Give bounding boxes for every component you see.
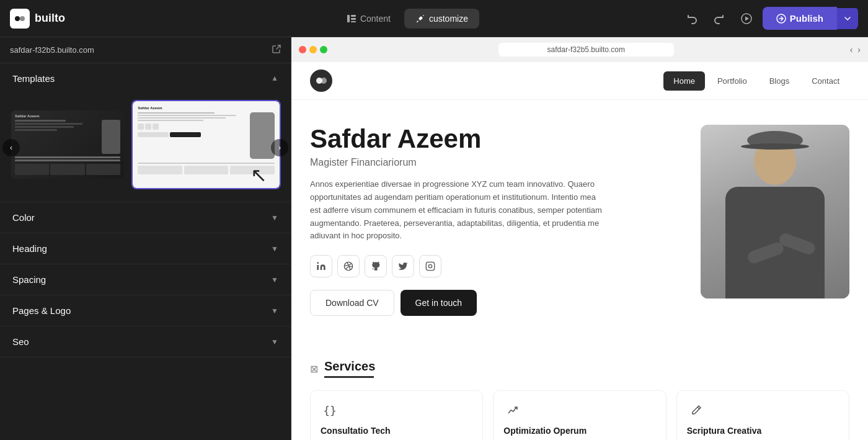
publish-chevron-button[interactable] <box>837 8 858 29</box>
undo-icon <box>686 13 698 24</box>
content-nav-btn[interactable]: Content <box>335 9 402 29</box>
site-nav-contact[interactable]: Contact <box>802 71 849 91</box>
section-pages-logo: Pages & Logo ▼ <box>0 295 291 326</box>
logo-text: builto <box>35 12 65 25</box>
service-icon-2 <box>503 401 522 420</box>
carousel-next-button[interactable]: › <box>271 139 288 156</box>
svg-marker-7 <box>745 16 749 20</box>
site-url-text: safdar-f32b5.builto.com <box>10 45 267 55</box>
chevron-down-icon-heading: ▼ <box>271 245 278 253</box>
svg-point-14 <box>428 265 432 268</box>
play-icon <box>741 13 752 24</box>
external-link-icon[interactable] <box>272 45 281 55</box>
browser-forward-button[interactable]: › <box>857 45 861 55</box>
hero-image <box>701 125 849 299</box>
hero-section: Safdar Azeem Magister Financiariorum Ann… <box>291 100 868 341</box>
publish-button[interactable]: Publish <box>763 7 837 30</box>
left-panel: safdar-f32b5.builto.com Templates ▼ ‹ Sa… <box>0 37 291 440</box>
chevron-up-icon: ▼ <box>271 74 278 83</box>
site-logo <box>310 70 332 92</box>
social-icons <box>310 255 682 277</box>
hero-buttons: Download CV Get in touch <box>310 290 682 316</box>
site-nav-home[interactable]: Home <box>663 71 705 91</box>
github-icon[interactable] <box>365 255 387 277</box>
topbar: builto Content customize Publish <box>0 0 868 37</box>
svg-rect-5 <box>351 21 356 22</box>
hero-hat-brim <box>741 143 809 150</box>
site-nav: Home Portfolio Blogs Contact <box>291 62 868 100</box>
linkedin-icon[interactable] <box>310 255 332 277</box>
customize-nav-btn[interactable]: customize <box>404 9 479 29</box>
section-header-color[interactable]: Color ▼ <box>0 202 291 233</box>
site-nav-links: Home Portfolio Blogs Contact <box>663 71 849 91</box>
browser-url-bar: safdar-f32b5.builto.com <box>498 43 675 56</box>
service-title-2: Optimizatio Operum <box>503 426 655 436</box>
section-title-seo: Seo <box>12 336 29 347</box>
section-title-color: Color <box>12 212 35 223</box>
svg-rect-4 <box>351 18 356 20</box>
browser-back-button[interactable]: ‹ <box>850 45 853 55</box>
customize-icon <box>415 14 425 24</box>
chevron-down-icon-seo: ▼ <box>271 338 278 346</box>
services-underline <box>324 376 374 378</box>
publish-btn-group: Publish <box>763 7 858 30</box>
section-title-heading: Heading <box>12 243 47 254</box>
hero-person-bg <box>701 125 849 299</box>
browser-dot-yellow <box>309 46 317 53</box>
site-logo-icon <box>314 74 328 88</box>
template-card-1[interactable]: Safdar Azeem <box>10 109 125 180</box>
site-url-bar: safdar-f32b5.builto.com <box>0 37 291 63</box>
preview-button[interactable] <box>735 7 758 30</box>
template-thumb-1: Safdar Azeem <box>11 110 124 179</box>
chevron-down-icon-spacing: ▼ <box>271 276 278 284</box>
section-header-heading[interactable]: Heading ▼ <box>0 233 291 264</box>
get-in-touch-button[interactable]: Get in touch <box>401 290 477 316</box>
chevron-down-icon-pages: ▼ <box>271 307 278 315</box>
svg-point-1 <box>20 16 25 21</box>
svg-rect-2 <box>347 15 350 22</box>
section-spacing: Spacing ▼ <box>0 264 291 295</box>
content-icon <box>347 14 356 24</box>
dribbble-icon[interactable] <box>337 255 360 277</box>
template-thumb-2: Safdar Azeem <box>133 101 280 188</box>
hero-photo <box>701 125 849 299</box>
templates-grid: ‹ Safdar Azeem <box>0 94 291 202</box>
service-card-3: Scriptura Creativa Servitium hoc proposi… <box>676 390 849 440</box>
undo-button[interactable] <box>681 7 703 30</box>
logo-area: builto <box>10 9 134 29</box>
hero-subtitle: Magister Financiariorum <box>310 157 682 168</box>
redo-icon <box>714 13 725 24</box>
site-nav-portfolio[interactable]: Portfolio <box>707 71 757 91</box>
section-header-pages-logo[interactable]: Pages & Logo ▼ <box>0 295 291 326</box>
section-header-templates[interactable]: Templates ▼ <box>0 63 291 94</box>
twitter-icon[interactable] <box>392 255 414 277</box>
topbar-nav: Content customize <box>141 9 673 29</box>
svg-rect-3 <box>351 15 356 17</box>
carousel-prev-button[interactable]: ‹ <box>2 139 20 156</box>
chevron-down-icon-color: ▼ <box>271 213 278 222</box>
hero-name: Safdar Azeem <box>310 125 682 153</box>
services-title-block: Services <box>324 359 375 378</box>
instagram-icon[interactable] <box>419 255 441 277</box>
section-templates: Templates ▼ ‹ Safdar Azeem <box>0 63 291 202</box>
redo-button[interactable] <box>708 7 730 30</box>
browser-dots <box>299 46 327 53</box>
section-title-spacing: Spacing <box>12 274 46 285</box>
services-title: Services <box>324 359 375 374</box>
services-section: ⊠ Services {} Consultatio Tech Servitium… <box>291 341 868 440</box>
service-title-3: Scriptura Creativa <box>687 426 839 436</box>
template-card-2[interactable]: Safdar Azeem <box>131 100 281 189</box>
main-layout: safdar-f32b5.builto.com Templates ▼ ‹ Sa… <box>0 37 868 440</box>
section-color: Color ▼ <box>0 202 291 233</box>
browser-nav: ‹ › <box>850 45 861 55</box>
site-nav-blogs[interactable]: Blogs <box>760 71 800 91</box>
browser-dot-green <box>320 46 327 53</box>
logo-icon <box>10 9 30 29</box>
download-cv-button[interactable]: Download CV <box>310 290 394 316</box>
section-title-templates: Templates <box>12 73 55 84</box>
section-header-spacing[interactable]: Spacing ▼ <box>0 264 291 295</box>
right-panel: safdar-f32b5.builto.com ‹ › Home Port <box>291 37 868 440</box>
section-seo: Seo ▼ <box>0 326 291 357</box>
service-title-1: Consultatio Tech <box>321 426 472 436</box>
section-header-seo[interactable]: Seo ▼ <box>0 326 291 357</box>
